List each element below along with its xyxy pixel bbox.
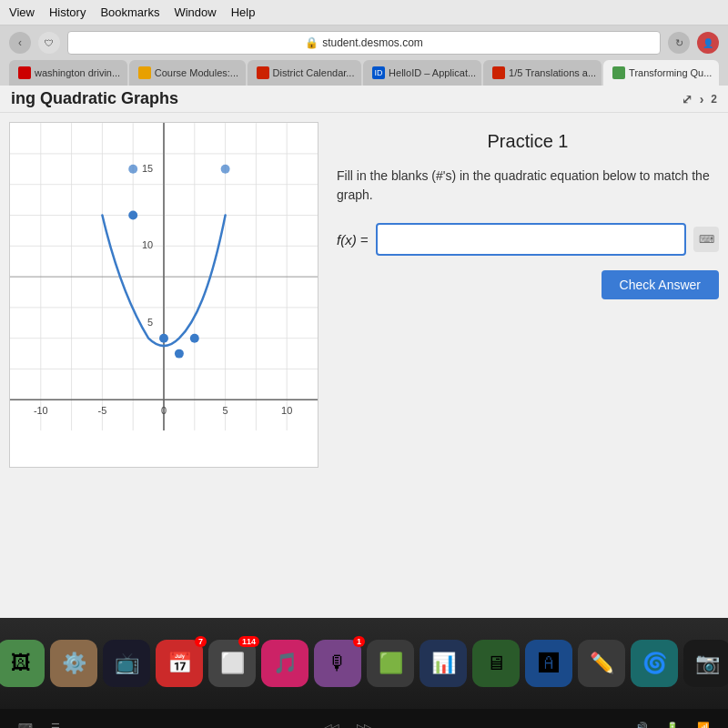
dock-area: 🔍 📧 20 🖼 ⚙️ 📺 📅 7 ⬜ 114 🎵 🎙 1 🟩 📊 🖥 🅰 ✏️…: [0, 618, 728, 709]
equation-label: f(x) =: [337, 232, 369, 248]
svg-point-30: [159, 334, 168, 343]
grid-icon[interactable]: ☰: [51, 722, 60, 729]
dock-item-grid[interactable]: ⬜ 114: [208, 640, 256, 687]
grid-badge: 114: [238, 636, 259, 647]
browser-content: ing Quadratic Graphs ⤢ › 2: [0, 86, 728, 618]
svg-point-32: [128, 165, 137, 174]
tab-icon-course: [138, 66, 151, 79]
tab-district-calendar[interactable]: District Calendar...: [248, 60, 362, 86]
tab-icon-transforming: [612, 66, 625, 79]
svg-text:15: 15: [142, 163, 153, 174]
dock-item-settings[interactable]: ⚙️: [50, 640, 97, 687]
menu-item-help[interactable]: Help: [231, 5, 256, 19]
check-answer-button[interactable]: Check Answer: [602, 270, 719, 299]
back-button[interactable]: ‹: [9, 32, 31, 54]
page-title: ing Quadratic Graphs: [11, 89, 178, 108]
calendar-badge: 7: [195, 636, 207, 647]
dock-item-photos[interactable]: 🖼: [0, 640, 45, 687]
keyboard-icon[interactable]: ⌨: [693, 227, 719, 252]
tab-helloid[interactable]: ID HelloID – Applicat...: [363, 60, 481, 86]
browser-tabs: washington drivin... Course Modules:... …: [9, 60, 719, 86]
dock-item-testflight[interactable]: 🅰: [525, 640, 572, 687]
content-area: -10 -5 0 5 10 5 10 15: [0, 113, 728, 595]
instruction-text: Fill in the blanks (#'s) in the quadrati…: [337, 167, 719, 205]
tab-label-helloid: HelloID – Applicat...: [389, 67, 476, 78]
svg-point-29: [190, 334, 199, 343]
practice-title: Practice 1: [337, 131, 719, 152]
menu-item-bookmarks[interactable]: Bookmarks: [100, 5, 159, 19]
browser-toolbar: ‹ 🛡 🔒 student.desmos.com ↻ 👤: [9, 31, 719, 55]
tab-transforming[interactable]: Transforming Qu...: [603, 60, 719, 86]
tab-label-translations: 1/5 Translations a...: [509, 67, 596, 78]
keyboard-icon[interactable]: ⌨: [18, 722, 33, 729]
graph-svg: -10 -5 0 5 10 5 10 15: [10, 123, 318, 467]
dock-item-podcast[interactable]: 🎙 1: [314, 640, 361, 687]
pause-icon[interactable]: ▷▷: [357, 722, 371, 729]
dock-item-pencil[interactable]: ✏️: [578, 640, 625, 687]
dock-item-appletv[interactable]: 📺: [103, 640, 150, 687]
address-bar[interactable]: 🔒 student.desmos.com: [67, 31, 661, 55]
shield-icon: 🛡: [38, 32, 60, 54]
svg-text:-5: -5: [98, 405, 107, 416]
bottom-center-icons: ◁◁ ▷▷: [324, 722, 371, 729]
page-header: ing Quadratic Graphs ⤢ › 2: [0, 86, 728, 113]
equation-input[interactable]: [376, 223, 686, 256]
url-text[interactable]: student.desmos.com: [322, 36, 423, 49]
graph-container: -10 -5 0 5 10 5 10 15: [9, 122, 318, 468]
svg-text:5: 5: [147, 317, 153, 328]
svg-point-28: [128, 211, 137, 220]
svg-text:10: 10: [142, 239, 153, 250]
menu-item-view[interactable]: View: [9, 5, 35, 19]
svg-point-33: [221, 165, 230, 174]
browser-chrome: ‹ 🛡 🔒 student.desmos.com ↻ 👤 washington …: [0, 25, 728, 86]
volume-icon[interactable]: 🔊: [635, 722, 648, 729]
dock-item-app1[interactable]: 🟩: [367, 640, 414, 687]
svg-text:10: 10: [281, 405, 292, 416]
tab-translations[interactable]: 1/5 Translations a...: [483, 60, 602, 86]
svg-text:-10: -10: [34, 405, 48, 416]
bottom-left-icons: ⌨ ☰: [18, 722, 60, 729]
refresh-icon[interactable]: ↻: [668, 32, 690, 54]
bottom-bar: ⌨ ☰ ◁◁ ▷▷ 🔊 🔋 📶: [0, 709, 728, 728]
wifi-icon: 📶: [697, 722, 710, 729]
battery-icon: 🔋: [666, 722, 679, 729]
menu-item-history[interactable]: History: [49, 5, 86, 19]
menu-bar: View History Bookmarks Window Help: [0, 0, 728, 25]
tab-icon-translations: [492, 66, 505, 79]
tab-icon-washington: [18, 66, 31, 79]
equation-row: f(x) = ⌨: [337, 223, 719, 256]
expand-icon[interactable]: ⤢: [682, 92, 693, 106]
dock-item-music[interactable]: 🎵: [261, 640, 308, 687]
profile-icon[interactable]: 👤: [697, 32, 719, 54]
tab-course-modules[interactable]: Course Modules:...: [129, 60, 246, 86]
dock-item-monitor[interactable]: 🖥: [472, 640, 520, 687]
rewind-icon[interactable]: ◁◁: [324, 722, 339, 729]
page-nav-next[interactable]: ›: [700, 92, 704, 106]
tab-label-washington: washington drivin...: [35, 67, 120, 78]
tab-icon-helloid: ID: [372, 66, 385, 79]
tab-label-district: District Calendar...: [273, 67, 355, 78]
tab-label-transforming: Transforming Qu...: [629, 67, 712, 78]
tab-washington[interactable]: washington drivin...: [9, 60, 127, 86]
podcast-badge: 1: [353, 636, 365, 647]
tab-icon-district: [257, 66, 269, 79]
lock-icon: 🔒: [305, 36, 318, 49]
right-panel: Practice 1 Fill in the blanks (#'s) in t…: [337, 122, 719, 586]
dock-item-app2[interactable]: 🌀: [631, 640, 678, 687]
svg-text:5: 5: [223, 405, 228, 416]
page-number: 2: [711, 93, 717, 106]
bottom-right-icons: 🔊 🔋 📶: [635, 722, 710, 729]
tab-label-course: Course Modules:...: [155, 67, 238, 78]
dock-item-calendar[interactable]: 📅 7: [156, 640, 203, 687]
dock-item-camera[interactable]: 📷: [683, 640, 728, 687]
svg-point-31: [175, 349, 184, 359]
svg-text:0: 0: [161, 405, 167, 416]
menu-item-window[interactable]: Window: [174, 5, 216, 19]
dock-item-stocks[interactable]: 📊: [420, 640, 467, 687]
